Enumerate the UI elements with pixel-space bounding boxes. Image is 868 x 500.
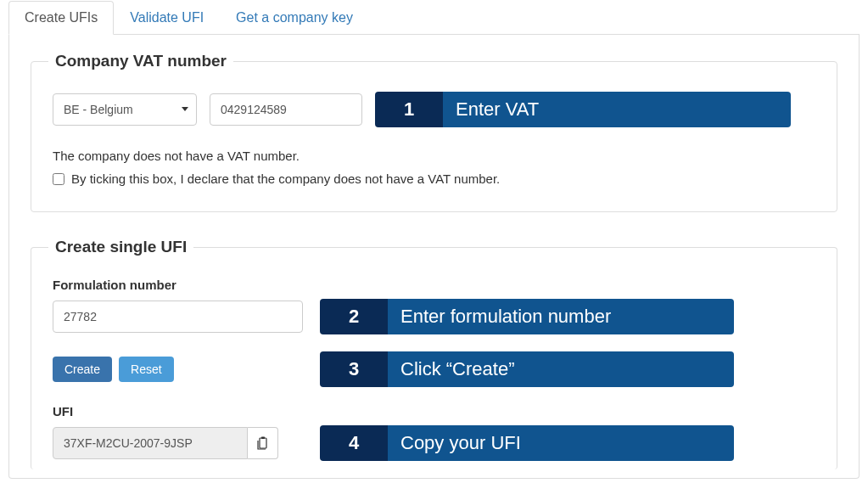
clipboard-icon: [257, 436, 269, 450]
callout-3-text: Click “Create”: [388, 351, 734, 387]
tab-panel: Company VAT number BE - Belgium 1 Enter …: [8, 35, 860, 479]
callout-4-text: Copy your UFI: [388, 425, 734, 461]
tab-validate-ufi[interactable]: Validate UFI: [114, 1, 220, 35]
vat-input[interactable]: [210, 93, 362, 126]
callout-1: 1 Enter VAT: [375, 92, 791, 127]
formulation-input[interactable]: [53, 301, 303, 333]
callout-4: 4 Copy your UFI: [320, 425, 734, 461]
svg-rect-0: [260, 438, 266, 448]
callout-2-text: Enter formulation number: [388, 299, 734, 334]
callout-2-num: 2: [320, 299, 388, 334]
no-vat-info: The company does not have a VAT number.: [53, 149, 815, 163]
reset-button[interactable]: Reset: [119, 357, 174, 382]
vat-fieldset: Company VAT number BE - Belgium 1 Enter …: [31, 52, 837, 212]
callout-3: 3 Click “Create”: [320, 351, 734, 387]
ufi-output: [53, 427, 248, 459]
tabs: Create UFIs Validate UFI Get a company k…: [8, 0, 860, 35]
tab-company-key[interactable]: Get a company key: [220, 1, 369, 35]
create-fieldset: Create single UFI Formulation number 2 E…: [31, 238, 837, 469]
callout-1-text: Enter VAT: [443, 92, 791, 127]
create-button[interactable]: Create: [53, 357, 112, 382]
callout-4-num: 4: [320, 425, 388, 461]
callout-2: 2 Enter formulation number: [320, 299, 734, 334]
svg-rect-1: [261, 437, 265, 440]
vat-legend: Company VAT number: [48, 52, 233, 70]
copy-ufi-button[interactable]: [248, 427, 278, 459]
create-legend: Create single UFI: [48, 238, 193, 256]
formulation-label: Formulation number: [53, 278, 815, 292]
callout-3-num: 3: [320, 351, 388, 387]
country-select[interactable]: BE - Belgium: [53, 93, 197, 126]
ufi-label: UFI: [53, 404, 815, 419]
callout-1-num: 1: [375, 92, 443, 127]
no-vat-checkbox[interactable]: [53, 173, 64, 185]
tab-create-ufis[interactable]: Create UFIs: [8, 1, 114, 35]
no-vat-checkbox-label: By ticking this box, I declare that the …: [71, 171, 500, 186]
